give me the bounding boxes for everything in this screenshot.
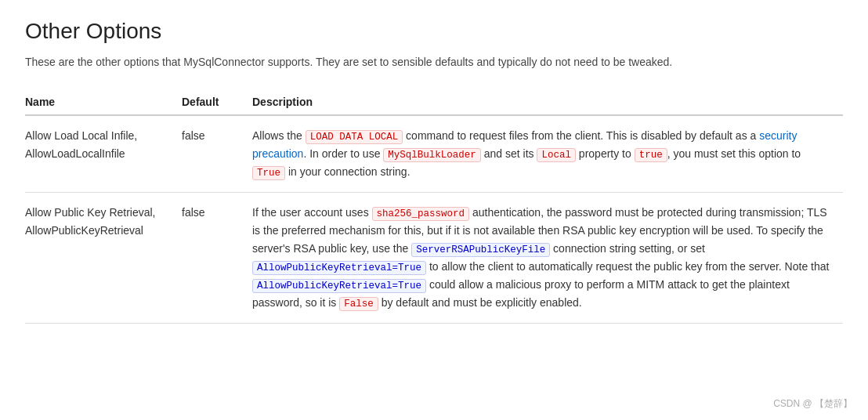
col-header-description: Description [252, 89, 843, 115]
inline-code: MySqlBulkLoader [383, 148, 481, 162]
col-header-default: Default [182, 89, 252, 115]
cell-default: false [182, 193, 252, 323]
option-name-primary: Allow Public Key Retrieval, [25, 204, 172, 221]
inline-code: LOAD DATA LOCAL [306, 130, 403, 144]
table-row: Allow Load Local Infile,AllowLoadLocalIn… [25, 115, 843, 193]
inline-code: True [252, 166, 285, 180]
inline-code-blue: AllowPublicKeyRetrieval=True [252, 279, 426, 293]
option-name-secondary: AllowLoadLocalInfile [25, 145, 172, 162]
cell-default: false [182, 115, 252, 193]
col-header-name: Name [25, 89, 182, 115]
page-title: Other Options [25, 19, 843, 44]
inline-code: Local [537, 148, 576, 162]
inline-code: False [339, 297, 378, 311]
inline-code-blue: AllowPublicKeyRetrieval=True [252, 261, 426, 275]
inline-code: sha256_password [372, 207, 470, 221]
options-table: Name Default Description Allow Load Loca… [25, 89, 843, 323]
cell-name: Allow Load Local Infile,AllowLoadLocalIn… [25, 115, 182, 193]
option-name-primary: Allow Load Local Infile, [25, 127, 172, 144]
table-row: Allow Public Key Retrieval,AllowPublicKe… [25, 193, 843, 323]
cell-description: Allows the LOAD DATA LOCAL command to re… [252, 115, 843, 193]
inline-code: true [635, 148, 667, 162]
cell-name: Allow Public Key Retrieval,AllowPublicKe… [25, 193, 182, 323]
intro-text: These are the other options that MySqlCo… [25, 53, 843, 71]
inline-code-blue: ServerRSAPublicKeyFile [411, 243, 550, 257]
option-name-secondary: AllowPublicKeyRetrieval [25, 222, 172, 239]
cell-description: If the user account uses sha256_password… [252, 193, 843, 323]
